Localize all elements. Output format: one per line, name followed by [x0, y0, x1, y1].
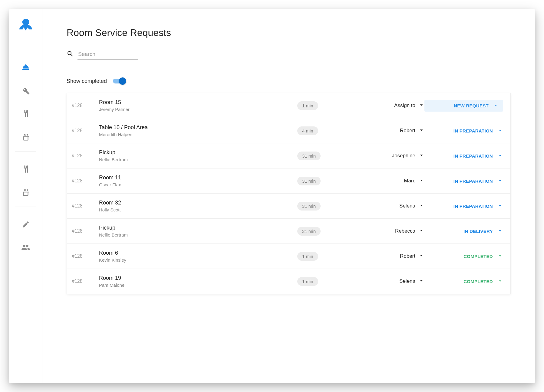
request-row[interactable]: #128 Room 15 Jeremy Palmer 1 min Assign …	[67, 93, 510, 118]
page-title: Room Service Requests	[67, 27, 511, 38]
assignee-dropdown[interactable]: Selena	[352, 278, 424, 285]
sidebar-item-spa-alt[interactable]	[20, 186, 32, 198]
request-time-cell: 31 min	[297, 202, 352, 211]
assignee-name: Josephine	[392, 153, 415, 159]
request-id: #128	[72, 228, 99, 234]
request-location-cell: Room 32 Holly Scott	[99, 200, 297, 212]
status-label: COMPLETED	[463, 254, 493, 259]
chevron-down-icon	[497, 152, 503, 159]
request-location: Pickup	[99, 225, 297, 231]
sidebar-item-edit[interactable]	[20, 218, 32, 230]
show-completed-toggle[interactable]	[113, 78, 126, 84]
search-bar	[67, 49, 511, 60]
chevron-down-icon	[497, 228, 503, 235]
chevron-down-icon	[493, 102, 499, 109]
assignee-dropdown[interactable]: Robert	[352, 253, 424, 260]
assignee-dropdown[interactable]: Marc	[352, 177, 424, 185]
status-dropdown[interactable]: IN PREPARATION	[424, 127, 503, 134]
elapsed-time-pill: 1 min	[297, 252, 318, 261]
request-row[interactable]: #128 Pickup Nellie Bertram 31 min Rebecc…	[67, 219, 510, 244]
request-location-cell: Room 15 Jeremy Palmer	[99, 99, 297, 112]
status-label: IN PREPARATION	[453, 128, 493, 133]
request-row[interactable]: #128 Room 6 Kevin Kinsley 1 min Robert C…	[67, 244, 510, 269]
status-dropdown[interactable]: COMPLETED	[424, 253, 503, 260]
chevron-down-icon	[418, 102, 424, 109]
request-row[interactable]: #128 Room 11 Oscar Flax 31 min Marc IN P…	[67, 168, 510, 194]
status-dropdown[interactable]: IN DELIVERY	[424, 228, 503, 235]
status-dropdown[interactable]: IN PREPARATION	[424, 178, 503, 185]
status-label: IN PREPARATION	[453, 204, 493, 209]
request-row[interactable]: #128 Table 10 / Pool Area Meredith Halpe…	[67, 118, 510, 143]
request-id: #128	[72, 203, 99, 209]
request-time-cell: 4 min	[297, 126, 352, 135]
chevron-down-icon	[497, 203, 503, 210]
chevron-down-icon	[418, 177, 424, 185]
sidebar-divider	[15, 207, 36, 207]
request-time-cell: 31 min	[297, 177, 352, 185]
request-guest: Nellie Bertram	[99, 157, 297, 162]
sidebar-item-restaurant[interactable]	[20, 108, 32, 120]
status-label: IN PREPARATION	[453, 153, 493, 158]
search-icon	[67, 50, 74, 59]
chevron-down-icon	[497, 253, 503, 260]
sidebar-item-room-service[interactable]	[20, 62, 32, 74]
app-frame: Room Service Requests Show completed #12…	[9, 9, 535, 383]
status-dropdown[interactable]: IN PREPARATION	[424, 203, 503, 210]
chevron-down-icon	[418, 202, 424, 210]
status-dropdown[interactable]: NEW REQUEST	[424, 100, 503, 112]
request-guest: Meredith Halpert	[99, 132, 297, 137]
elapsed-time-pill: 31 min	[297, 202, 321, 211]
elapsed-time-pill: 31 min	[297, 177, 321, 185]
assignee-name: Selena	[399, 278, 415, 284]
assignee-dropdown[interactable]: Rebecca	[352, 227, 424, 235]
assignee-name: Assign to	[394, 103, 415, 109]
chevron-down-icon	[497, 127, 503, 134]
search-input[interactable]	[77, 49, 138, 60]
assignee-name: Robert	[400, 253, 415, 259]
elapsed-time-pill: 31 min	[297, 152, 321, 160]
chevron-down-icon	[418, 227, 424, 235]
sidebar-item-users[interactable]	[20, 241, 32, 253]
sidebar-item-maintenance[interactable]	[20, 85, 32, 97]
chevron-down-icon	[418, 152, 424, 160]
elapsed-time-pill: 4 min	[297, 126, 318, 135]
request-location: Room 19	[99, 275, 297, 281]
request-guest: Oscar Flax	[99, 182, 297, 187]
request-row[interactable]: #128 Room 32 Holly Scott 31 min Selena I…	[67, 194, 510, 219]
chevron-down-icon	[497, 178, 503, 185]
request-time-cell: 1 min	[297, 101, 352, 110]
request-location-cell: Pickup Nellie Bertram	[99, 149, 297, 162]
sidebar-item-restaurant-alt[interactable]	[20, 163, 32, 175]
request-location: Room 32	[99, 200, 297, 206]
request-guest: Pam Malone	[99, 283, 297, 288]
request-location-cell: Room 11 Oscar Flax	[99, 175, 297, 187]
status-label: IN DELIVERY	[463, 229, 493, 234]
request-id: #128	[72, 253, 99, 259]
sidebar	[9, 9, 42, 383]
elapsed-time-pill: 1 min	[297, 277, 318, 286]
request-location-cell: Room 19 Pam Malone	[99, 275, 297, 288]
request-location: Table 10 / Pool Area	[99, 124, 297, 131]
request-row[interactable]: #128 Pickup Nellie Bertram 31 min Joseph…	[67, 143, 510, 168]
request-time-cell: 31 min	[297, 152, 352, 160]
request-row[interactable]: #128 Room 19 Pam Malone 1 min Selena COM…	[67, 269, 510, 294]
request-id: #128	[72, 178, 99, 184]
status-label: NEW REQUEST	[454, 103, 489, 108]
status-dropdown[interactable]: COMPLETED	[424, 278, 503, 285]
chevron-down-icon	[497, 278, 503, 285]
request-time-cell: 31 min	[297, 227, 352, 236]
requests-table: #128 Room 15 Jeremy Palmer 1 min Assign …	[67, 93, 511, 294]
status-dropdown[interactable]: IN PREPARATION	[424, 152, 503, 159]
sidebar-item-spa[interactable]	[20, 131, 32, 143]
request-location-cell: Room 6 Kevin Kinsley	[99, 250, 297, 263]
assignee-dropdown[interactable]: Selena	[352, 202, 424, 210]
assignee-dropdown[interactable]: Robert	[352, 127, 424, 135]
chevron-down-icon	[418, 253, 424, 260]
assignee-dropdown[interactable]: Assign to	[352, 102, 424, 109]
request-guest: Nellie Bertram	[99, 232, 297, 237]
sidebar-divider	[15, 151, 36, 152]
request-guest: Holly Scott	[99, 207, 297, 212]
request-location: Room 15	[99, 99, 297, 106]
chevron-down-icon	[418, 127, 424, 135]
assignee-dropdown[interactable]: Josephine	[352, 152, 424, 160]
